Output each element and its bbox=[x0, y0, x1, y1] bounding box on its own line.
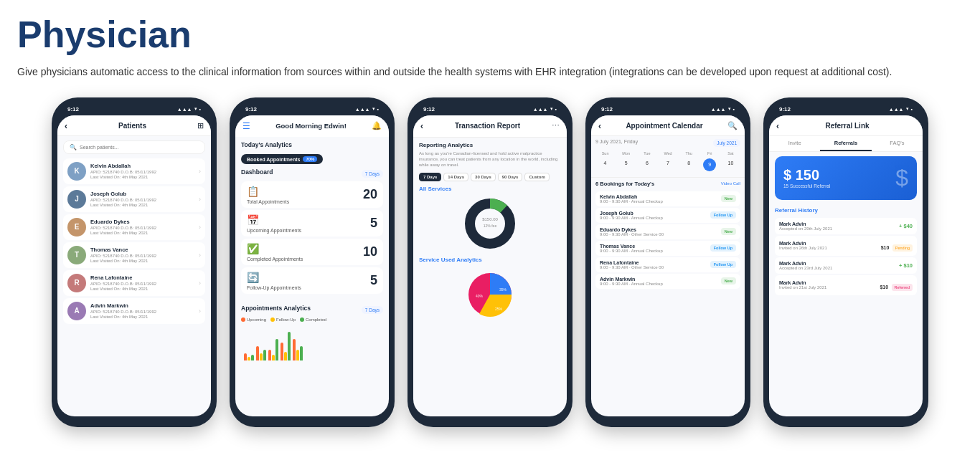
booking-name: Thomas Vance bbox=[600, 244, 663, 249]
tab-referrals[interactable]: Referrals bbox=[820, 136, 871, 151]
bar-followup bbox=[248, 357, 250, 360]
bar-followup bbox=[272, 355, 275, 360]
dashboard-section-title: Dashboard bbox=[241, 168, 273, 176]
signal-icon: ▲▲▲ bbox=[355, 107, 370, 112]
phone5-time: 9:12 bbox=[779, 106, 791, 113]
cal-day-7[interactable]: 7 bbox=[658, 158, 677, 171]
ref-date: Accepted on 29th July 2021 bbox=[779, 226, 832, 231]
chevron-right-icon: › bbox=[199, 224, 201, 231]
stat-item: 📋 Total Appointments 20 bbox=[241, 181, 383, 208]
patient-item[interactable]: A Advin Markwin APID: 5218740 D.O.B: 05/… bbox=[63, 298, 205, 324]
patient-item[interactable]: K Kelvin Abdallah APID: 5218740 D.O.B: 0… bbox=[63, 158, 205, 184]
phone-patients: 9:12 ▲▲▲ ▾ ▪ ‹ Patients ⊞ 🔍 K Kelvin Abd bbox=[52, 97, 217, 427]
bar-group-4 bbox=[281, 332, 291, 360]
referral-banner: $ 150 15 Successful Referral $ bbox=[775, 156, 917, 200]
bell-icon[interactable]: 🔔 bbox=[372, 121, 382, 130]
bar-chart bbox=[241, 325, 383, 360]
booked-label: Booked Appointments bbox=[247, 157, 300, 162]
apt-days-badge: 7 Days bbox=[362, 306, 383, 314]
booking-time: 9:00 - 9:30 AM · Annual Checkup bbox=[600, 216, 663, 220]
svg-text:$150.00: $150.00 bbox=[482, 217, 498, 221]
legend-followup: Follow-Up bbox=[270, 317, 296, 322]
battery-icon: ▪ bbox=[377, 107, 379, 112]
reporting-title: Reporting Analytics bbox=[419, 142, 561, 148]
referral-banner-info: $ 150 15 Successful Referral bbox=[783, 167, 830, 188]
booked-btn[interactable]: Booked Appointments 70% bbox=[241, 154, 323, 164]
phone4-status-bar: 9:12 ▲▲▲ ▾ ▪ bbox=[591, 106, 745, 113]
booking-info: Joseph Golub 9:00 - 9:30 AM · Annual Che… bbox=[600, 211, 663, 220]
patient-avatar: K bbox=[67, 162, 86, 181]
search-bar[interactable]: 🔍 bbox=[63, 140, 205, 154]
stats-list: 📋 Total Appointments 20 📅 Upcoming Appoi… bbox=[241, 181, 383, 294]
phone5-screen: ‹ Referral Link Invite Referrals FAQ's $… bbox=[769, 115, 923, 416]
cal-day-8[interactable]: 8 bbox=[679, 158, 699, 171]
patient-info: Rena Lafontaine APID: 5218740 D.O.B: 05/… bbox=[90, 274, 156, 291]
stat-info: 📋 Total Appointments bbox=[247, 185, 289, 204]
phone5-title: Referral Link bbox=[779, 122, 915, 130]
cal-day-10[interactable]: 10 bbox=[721, 158, 740, 171]
cal-day-6[interactable]: 6 bbox=[637, 158, 656, 171]
cal-header-tue: Tue bbox=[637, 150, 656, 157]
booking-name: Eduardo Dykes bbox=[600, 227, 664, 232]
patient-details: APID: 5218740 D.O.B: 05/11/1992 bbox=[90, 310, 156, 314]
chevron-right-icon: › bbox=[199, 307, 201, 315]
apt-analytics: Appointments Analytics 7 Days Upcoming F… bbox=[235, 300, 389, 365]
stat-label: Total Appointments bbox=[247, 199, 289, 204]
filter-90days[interactable]: 90 Days bbox=[498, 173, 523, 181]
patient-visited: Last Visited On: 4th May 2021 bbox=[90, 231, 156, 235]
reporting-desc: As long as you're Canadian-licensed and … bbox=[419, 150, 561, 168]
chevron-right-icon: › bbox=[199, 280, 201, 287]
referral-item: Mark Advin Accepted on 23rd July 2021 + … bbox=[775, 257, 917, 274]
phone1-icons: ▲▲▲ ▾ ▪ bbox=[177, 106, 201, 112]
tab-faqs[interactable]: FAQ's bbox=[872, 136, 923, 151]
bar-upcoming bbox=[281, 343, 283, 360]
ref-amount: + $10 bbox=[899, 262, 913, 269]
phone5-status-bar: 9:12 ▲▲▲ ▾ ▪ bbox=[769, 106, 923, 113]
patient-item[interactable]: E Eduardo Dykes APID: 5218740 D.O.B: 05/… bbox=[63, 214, 205, 240]
filter-30days[interactable]: 30 Days bbox=[471, 173, 496, 181]
cal-day-today[interactable]: 9 bbox=[703, 158, 716, 171]
stat-value: 20 bbox=[363, 187, 377, 202]
calendar-section: 9 July 2021, Friday July 2021 Sun Mon Tu… bbox=[591, 136, 745, 177]
booking-time: 9:00 - 9:30 AM · Other Service 00 bbox=[600, 232, 664, 236]
stat-item: 📅 Upcoming Appointments 5 bbox=[241, 210, 383, 236]
booking-item[interactable]: Rena Lafontaine 9:00 - 9:30 AM · Other S… bbox=[595, 257, 740, 272]
stat-item: 🔄 Follow-Up Appointments 5 bbox=[241, 267, 383, 294]
all-services-title: All Services bbox=[419, 186, 561, 192]
patient-item[interactable]: T Thomas Vance APID: 5218740 D.O.B: 05/1… bbox=[63, 242, 205, 268]
patient-item[interactable]: R Rena Lafontaine APID: 5218740 D.O.B: 0… bbox=[63, 270, 205, 296]
booking-item[interactable]: Kelvin Abdallah 9:00 - 9:30 AM · Annual … bbox=[595, 191, 740, 206]
stat-value: 5 bbox=[370, 216, 377, 231]
search-input[interactable] bbox=[80, 145, 199, 150]
menu-icon[interactable]: ☰ bbox=[242, 121, 250, 131]
phone3-status-bar: 9:12 ▲▲▲ ▾ ▪ bbox=[413, 106, 567, 113]
bar-upcoming bbox=[268, 350, 271, 360]
cal-day-5[interactable]: 5 bbox=[616, 158, 636, 171]
ref-amount: + $40 bbox=[899, 223, 913, 229]
booking-item[interactable]: Thomas Vance 9:00 - 9:30 AM · Annual Che… bbox=[595, 241, 740, 256]
bar-completed bbox=[288, 332, 291, 360]
filter-custom[interactable]: Custom bbox=[524, 173, 549, 181]
more-icon[interactable]: ⋯ bbox=[552, 121, 560, 130]
search-icon[interactable]: 🔍 bbox=[727, 121, 738, 130]
booking-item[interactable]: Advin Markwin 9:00 - 9:30 AM · Annual Ch… bbox=[595, 274, 740, 289]
phone2-time: 9:12 bbox=[245, 106, 257, 113]
filter-14days[interactable]: 14 Days bbox=[443, 173, 468, 181]
phone3-screen: ‹ Transaction Report ⋯ Reporting Analyti… bbox=[413, 115, 567, 416]
stat-item: ✅ Completed Appointments 10 bbox=[241, 239, 383, 265]
wifi-icon: ▾ bbox=[906, 106, 909, 112]
booking-info: Rena Lafontaine 9:00 - 9:30 AM · Other S… bbox=[600, 260, 664, 269]
phone1-screen: ‹ Patients ⊞ 🔍 K Kelvin Abdallah APID: 5… bbox=[57, 115, 211, 416]
filter-icon[interactable]: ⊞ bbox=[197, 121, 204, 130]
booking-item[interactable]: Joseph Golub 9:00 - 9:30 AM · Annual Che… bbox=[595, 208, 740, 223]
booking-item[interactable]: Eduardo Dykes 9:00 - 9:30 AM · Other Ser… bbox=[595, 224, 740, 239]
tab-invite[interactable]: Invite bbox=[769, 136, 820, 151]
patient-details: APID: 5218740 D.O.B: 05/11/1992 bbox=[90, 226, 156, 230]
patient-details: APID: 5218740 D.O.B: 05/11/1992 bbox=[90, 254, 156, 258]
patient-item[interactable]: J Joseph Golub APID: 5218740 D.O.B: 05/1… bbox=[63, 186, 205, 212]
booking-badge: New bbox=[721, 195, 736, 202]
ref-name: Mark Advin bbox=[779, 221, 832, 226]
referrals-list: Mark Advin Accepted on 29th July 2021 + … bbox=[769, 218, 923, 295]
cal-day-4[interactable]: 4 bbox=[595, 158, 615, 171]
filter-7days[interactable]: 7 Days bbox=[419, 173, 441, 181]
